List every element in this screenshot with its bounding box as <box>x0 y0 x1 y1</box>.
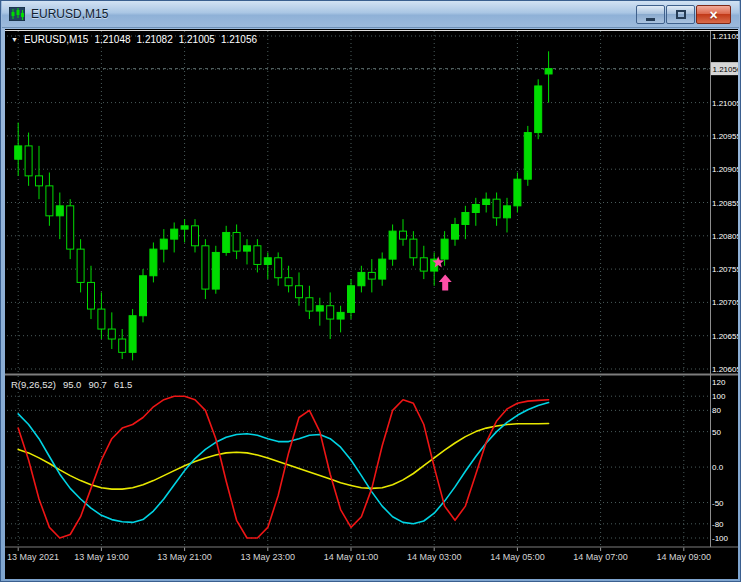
price-axis-label: 1.20755 <box>712 265 738 274</box>
candle-body <box>358 272 365 285</box>
candle-body <box>379 259 386 279</box>
price-axis-label: 1.20705 <box>712 298 738 307</box>
candle-body <box>514 179 521 206</box>
candle-body <box>285 278 292 286</box>
window-title: EURUSD,M15 <box>31 7 108 21</box>
price-axis-label: 1.20655 <box>712 332 738 341</box>
time-axis-label: 13 May 19:00 <box>74 552 129 562</box>
candle-body <box>25 146 32 176</box>
oscillator-axis-label: 50 <box>712 428 721 437</box>
oscillator-axis-label: 120 <box>712 378 726 387</box>
maximize-icon <box>676 10 686 19</box>
oscillator-axis-label: 100 <box>712 392 726 401</box>
price-axis-label: 1.20605 <box>712 365 738 374</box>
indicator-value-3: 61.5 <box>114 379 133 390</box>
oscillator-axis-label: 0.0 <box>712 463 724 472</box>
candle-body <box>160 239 167 249</box>
time-axis-label: 14 May 09:00 <box>657 552 712 562</box>
close-button[interactable]: × <box>696 5 731 24</box>
candle-body <box>67 206 74 249</box>
time-axis-label: 14 May 01:00 <box>324 552 379 562</box>
close-icon: × <box>709 8 717 22</box>
candle-body <box>441 239 448 259</box>
candle-body <box>36 176 43 186</box>
candle-body <box>493 199 500 218</box>
candle-body <box>462 212 469 224</box>
app-icon <box>9 7 25 21</box>
ohlc-low: 1.21005 <box>179 34 215 45</box>
ohlc-open: 1.21048 <box>94 34 130 45</box>
candle-body <box>171 229 178 239</box>
candle-body <box>15 146 22 159</box>
candle-body <box>296 286 303 298</box>
ohlc-close: 1.21056 <box>221 34 257 45</box>
buy-signal-arrow[interactable] <box>439 274 452 290</box>
candle-body <box>389 231 396 259</box>
candle-body <box>140 276 147 316</box>
time-axis-label: 14 May 03:00 <box>407 552 462 562</box>
candle-body <box>348 286 355 313</box>
candle-body <box>535 86 542 133</box>
indicator-name: R(9,26,52) <box>11 379 56 390</box>
candle-body <box>77 249 84 282</box>
candle-body <box>212 252 219 289</box>
candle-body <box>275 258 282 278</box>
candle-body <box>452 224 459 239</box>
candle-body <box>192 226 199 246</box>
candle-body <box>420 258 427 271</box>
candle-body <box>337 312 344 319</box>
candle-body <box>108 329 115 339</box>
candle-body <box>56 206 63 216</box>
time-axis-label: 14 May 05:00 <box>490 552 545 562</box>
candle-body <box>327 306 334 319</box>
oscillator-axis-label: -80 <box>712 520 724 529</box>
candle-body <box>233 232 240 251</box>
minimize-icon <box>646 18 655 21</box>
candle-body <box>202 246 209 289</box>
candle-body <box>524 133 531 180</box>
time-axis-label: 14 May 07:00 <box>573 552 628 562</box>
candle-body <box>88 282 95 309</box>
candle-body <box>545 69 552 74</box>
candle-body <box>504 206 511 218</box>
candle-body <box>98 309 105 329</box>
candle-body <box>254 246 261 265</box>
indicator-label: R(9,26,52) 95.0 90.7 61.5 <box>11 379 132 390</box>
current-price-badge-label: 1.21056 <box>713 65 739 74</box>
candle-body <box>119 339 126 352</box>
candle-body <box>223 232 230 252</box>
chart-ohlc-header: ▼ EURUSD,M15 1.21048 1.21082 1.21005 1.2… <box>11 34 257 45</box>
price-axis-label: 1.20955 <box>712 132 738 141</box>
candle-body <box>400 231 407 239</box>
price-axis-label: 1.20855 <box>712 199 738 208</box>
window: EURUSD,M15 × 13 May 202113 May 19:0013 M… <box>0 0 741 582</box>
candle-body <box>368 272 375 279</box>
candle-body <box>129 316 136 353</box>
candle-body <box>483 199 490 204</box>
time-axis-label: 13 May 21:00 <box>157 552 212 562</box>
maximize-button[interactable] <box>666 5 695 24</box>
oscillator-axis-label: 80 <box>712 406 721 415</box>
oscillator-axis-label: -50 <box>712 499 724 508</box>
price-axis-label: 1.21105 <box>712 32 738 41</box>
candle-body <box>316 306 323 311</box>
chart-area: 13 May 202113 May 19:0013 May 21:0013 Ma… <box>5 29 738 579</box>
price-axis-label: 1.20805 <box>712 232 738 241</box>
candle-body <box>244 246 251 251</box>
candle-body <box>306 298 313 311</box>
candle-body <box>46 186 53 216</box>
candle-body <box>181 226 188 229</box>
time-axis-label: 13 May 2021 <box>7 552 59 562</box>
ohlc-high: 1.21082 <box>137 34 173 45</box>
chart-canvas[interactable]: 13 May 202113 May 19:0013 May 21:0013 Ma… <box>5 29 738 579</box>
price-axis-label: 1.21005 <box>712 99 738 108</box>
time-axis-label: 13 May 23:00 <box>241 552 296 562</box>
minimize-button[interactable] <box>636 5 665 24</box>
window-titlebar[interactable]: EURUSD,M15 × <box>2 1 739 28</box>
chart-symbol: EURUSD,M15 <box>24 34 88 45</box>
price-axis-label: 1.20905 <box>712 165 738 174</box>
candle-body <box>264 258 271 265</box>
indicator-value-1: 95.0 <box>63 379 82 390</box>
candle-body <box>472 204 479 212</box>
window-controls: × <box>636 5 731 24</box>
